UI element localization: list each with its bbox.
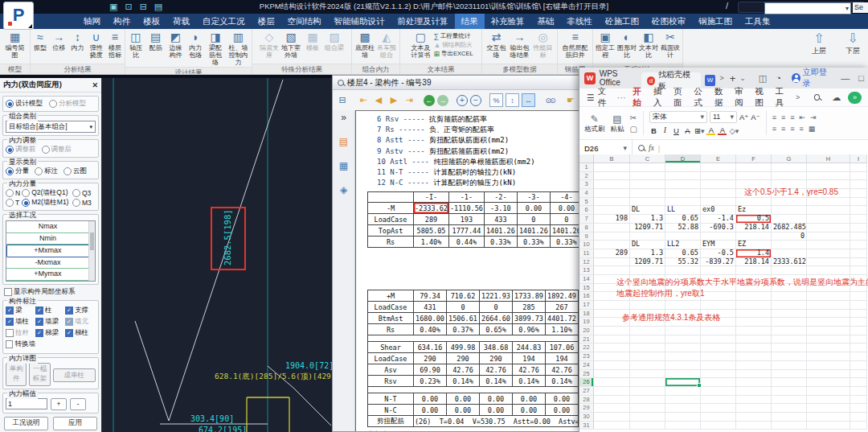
cell-G5[interactable] [772,198,807,207]
rebar-result-button[interactable]: ▤配筋 [146,31,166,51]
row-header-1[interactable]: 1 [579,163,594,172]
wps-menu-视图[interactable]: 视图 [755,86,768,109]
cell-F18[interactable] [736,310,772,319]
list-item--Mxmax[interactable]: -Mxmax [6,257,89,269]
row-header-15[interactable]: 15 [579,284,594,293]
cell-I27[interactable] [850,387,867,396]
cell-H23[interactable] [807,352,850,361]
menu-tab-15[interactable]: 钢施工图 [692,14,739,29]
menu-tab-3[interactable]: 荷载 [166,14,196,29]
elastic-deflection-button[interactable]: ∪弹性挠度 [88,31,105,59]
cell-B12[interactable] [594,258,630,267]
menu-tab-14[interactable]: 砼图校审 [645,14,692,29]
cell-F11[interactable]: 1.4 [736,249,772,258]
row-header-11[interactable]: 11 [579,249,594,258]
cell-D26[interactable] [665,378,701,387]
cell-H26[interactable] [807,378,850,387]
cell-G20[interactable] [772,327,807,335]
cell-D22[interactable] [665,344,701,352]
cell-C30[interactable] [630,413,665,422]
cell-G21[interactable] [772,335,807,344]
wps-brand[interactable]: WPS Office [600,69,637,87]
cell-H25[interactable] [807,370,850,379]
cell-H5[interactable] [807,198,850,207]
pkpm-logo[interactable]: P [3,2,34,30]
text-report-button[interactable]: ▢文本及计算书 [408,31,432,59]
col-header-G[interactable]: G [772,154,807,163]
cell-D12[interactable]: 55.32 [665,258,701,267]
cell-D17[interactable] [665,301,701,310]
cell-F26[interactable] [736,378,772,387]
col-header-F[interactable]: F [736,154,772,163]
cell-F23[interactable] [736,352,772,361]
radio-分量[interactable]: 分量 [6,167,29,176]
checkbox-柱[interactable]: ✓柱 [35,306,65,315]
align-bottom-icon[interactable]: ≡ [790,113,794,121]
fill-handle[interactable] [697,383,702,388]
cell-G28[interactable] [772,396,807,405]
cell-I1[interactable] [850,163,867,172]
split-view-icon[interactable]: ◫ [759,73,767,84]
wps-menu-审阅[interactable]: 审阅 [735,86,747,109]
output-envelope-result-button[interactable]: →输出包络结果 [508,31,532,59]
cell-E8[interactable]: -690.3 [701,224,736,232]
menu-tab-5[interactable]: 楼层 [252,14,281,29]
cell-E12[interactable]: -839.27 [701,258,736,267]
cell-H2[interactable] [807,172,850,181]
cell-B17[interactable] [594,301,630,310]
menu-tab-8[interactable]: 前处理及计算 [391,14,455,29]
cell-E20[interactable] [701,327,736,335]
cell-B29[interactable] [594,404,630,413]
cell-G12[interactable]: 2333.612 [772,258,807,267]
cell-G25[interactable] [772,370,807,379]
lower-story-button[interactable]: ⇩下层 [839,31,866,56]
cell-I28[interactable] [850,396,867,405]
share-button[interactable]: » [848,92,862,104]
row-header-25[interactable]: 25 [579,370,594,379]
checkbox-梯梁[interactable]: ✓梯梁 [35,328,65,338]
menu-tab-2[interactable]: 楼板 [137,14,166,29]
doc-page[interactable]: 6 Rsv ----- 抗剪箍筋的配筋率 7 Rs ------ 负、正弯矩的配… [355,110,588,431]
indent-increase-icon[interactable]: ⇥ [810,113,817,121]
cell-B9[interactable] [594,232,630,241]
menu-tab-16[interactable]: 工具集 [739,14,777,29]
justify-icon[interactable]: ≡ [799,125,803,133]
cell-I18[interactable] [850,310,867,319]
cell-F1[interactable] [736,163,772,172]
cell-H17[interactable] [807,301,850,310]
cell-C3[interactable] [630,180,665,189]
cell-C23[interactable] [630,352,665,361]
workbook-tab[interactable]: W [705,75,716,86]
cell-E28[interactable] [701,396,736,405]
cell-F17[interactable] [736,301,772,310]
cell-E17[interactable] [701,301,736,310]
actual-size-icon[interactable]: % [489,93,503,107]
radio-云图[interactable]: 云图 [63,167,87,176]
menu-tab-4[interactable]: 自定义工况 [196,14,252,29]
menu-tab-10[interactable]: 补充验算 [485,14,531,29]
cell-D4[interactable] [665,189,701,198]
cell-E31[interactable] [701,422,736,430]
cell-I31[interactable] [850,422,867,430]
cell-I26[interactable] [850,378,867,387]
cell-I17[interactable] [850,301,867,310]
cell-B27[interactable] [594,387,630,396]
cell-I13[interactable] [850,266,867,275]
decrease-font-button[interactable]: A⁻ [751,113,760,121]
radio-标注[interactable]: 标注 [35,167,58,176]
spreadsheet-grid[interactable]: BCDEFGHI123456DLLLex0Ez71981.30.65-1.40.… [579,154,868,432]
edge-member-button[interactable]: ◩边缘构件 [166,31,186,59]
cell-G18[interactable] [772,310,807,319]
cell-D20[interactable] [665,327,701,335]
cell-B26[interactable] [594,378,630,387]
zoom-out-icon[interactable]: − [470,95,481,106]
cell-G22[interactable] [772,344,807,352]
cell-C4[interactable] [630,189,665,198]
cell-H8[interactable] [807,224,850,232]
increase-font-button[interactable]: A⁺ [739,113,748,121]
cell-I11[interactable] [850,249,867,258]
cell-G11[interactable] [772,249,807,258]
force-envelope-button[interactable]: ◗内力包络 [186,31,205,59]
find-binoculars-icon[interactable]: ⊙⊙ [543,94,556,107]
name-box[interactable]: D26▾ [579,140,633,156]
